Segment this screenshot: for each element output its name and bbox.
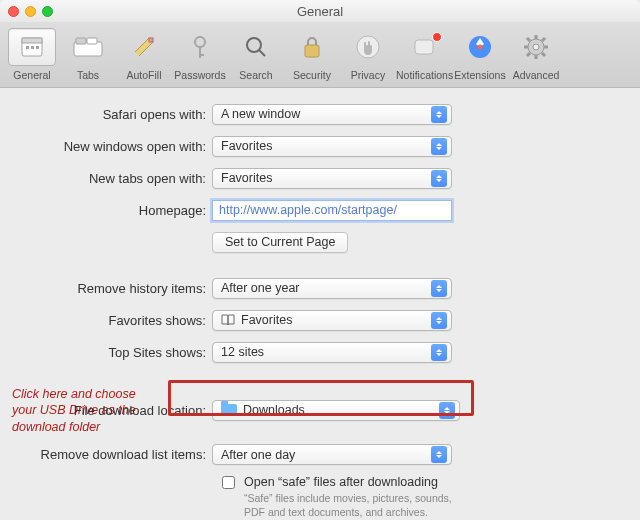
popup-remove-history[interactable]: After one year — [212, 278, 452, 299]
svg-line-13 — [259, 50, 265, 56]
svg-line-25 — [527, 38, 530, 41]
popup-safari-opens-with[interactable]: A new window — [212, 104, 452, 125]
notification-badge-icon — [432, 32, 442, 42]
tab-advanced[interactable]: Advanced — [508, 28, 564, 81]
tab-tabs[interactable]: Tabs — [60, 28, 116, 81]
popup-value: After one day — [221, 448, 295, 462]
chevron-updown-icon — [431, 170, 447, 187]
hand-icon — [355, 34, 381, 60]
chevron-updown-icon — [431, 446, 447, 463]
tab-label: AutoFill — [126, 69, 161, 81]
popup-value: Favorites — [241, 313, 292, 327]
tab-notifications[interactable]: Notifications — [396, 28, 452, 81]
open-safe-files-sublabel: “Safe” files include movies, pictures, s… — [244, 491, 464, 519]
open-safe-files-label: Open “safe” files after downloading — [244, 475, 464, 489]
svg-rect-8 — [149, 38, 153, 42]
tab-extensions[interactable]: Extensions — [452, 28, 508, 81]
svg-rect-10 — [199, 46, 201, 58]
popup-top-sites[interactable]: 12 sites — [212, 342, 452, 363]
tab-label: Privacy — [351, 69, 385, 81]
lock-icon — [301, 34, 323, 60]
tab-label: General — [13, 69, 50, 81]
chevron-updown-icon — [431, 344, 447, 361]
svg-rect-1 — [22, 38, 42, 43]
svg-rect-11 — [199, 54, 204, 56]
label-favorites-shows: Favorites shows: — [8, 313, 212, 328]
svg-point-20 — [533, 44, 539, 50]
key-icon — [188, 34, 212, 60]
tabs-icon — [73, 36, 103, 58]
gear-icon — [523, 34, 549, 60]
open-safe-files-checkbox[interactable] — [222, 476, 235, 489]
general-icon — [19, 34, 45, 60]
content: Safari opens with: A new window New wind… — [0, 88, 640, 519]
chevron-updown-icon — [431, 138, 447, 155]
window-title: General — [0, 4, 640, 19]
chevron-updown-icon — [431, 280, 447, 297]
tab-label: Notifications — [396, 69, 453, 81]
highlight-box — [168, 380, 474, 416]
tab-security[interactable]: Security — [284, 28, 340, 81]
tab-label: Advanced — [513, 69, 560, 81]
tab-search[interactable]: Search — [228, 28, 284, 81]
preferences-window: General General Tabs AutoFill Passwords … — [0, 0, 640, 520]
svg-rect-16 — [415, 40, 433, 54]
svg-line-27 — [527, 53, 530, 56]
chevron-updown-icon — [431, 312, 447, 329]
svg-rect-2 — [26, 46, 29, 49]
label-top-sites: Top Sites shows: — [8, 345, 212, 360]
popup-value: After one year — [221, 281, 300, 295]
svg-point-18 — [478, 45, 483, 50]
search-icon — [243, 34, 269, 60]
toolbar: General Tabs AutoFill Passwords Search S… — [0, 22, 640, 88]
tab-label: Tabs — [77, 69, 99, 81]
autofill-icon — [131, 34, 157, 60]
popup-value: Favorites — [221, 171, 272, 185]
extensions-icon — [467, 34, 493, 60]
set-to-current-page-button[interactable]: Set to Current Page — [212, 232, 348, 253]
label-new-tabs: New tabs open with: — [8, 171, 212, 186]
svg-rect-7 — [87, 38, 97, 44]
svg-line-28 — [542, 38, 545, 41]
popup-value: Favorites — [221, 139, 272, 153]
svg-rect-14 — [305, 45, 319, 57]
label-homepage: Homepage: — [8, 203, 212, 218]
svg-point-9 — [195, 37, 205, 47]
book-icon — [221, 314, 235, 326]
tab-passwords[interactable]: Passwords — [172, 28, 228, 81]
popup-new-tabs[interactable]: Favorites — [212, 168, 452, 189]
svg-rect-4 — [36, 46, 39, 49]
tab-autofill[interactable]: AutoFill — [116, 28, 172, 81]
svg-rect-3 — [31, 46, 34, 49]
svg-line-26 — [542, 53, 545, 56]
titlebar: General — [0, 0, 640, 22]
svg-rect-6 — [76, 38, 86, 44]
popup-new-windows[interactable]: Favorites — [212, 136, 452, 157]
tab-label: Security — [293, 69, 331, 81]
popup-remove-downloads[interactable]: After one day — [212, 444, 452, 465]
chevron-updown-icon — [431, 106, 447, 123]
label-safari-opens-with: Safari opens with: — [8, 107, 212, 122]
tab-label: Passwords — [174, 69, 225, 81]
svg-point-12 — [247, 38, 261, 52]
homepage-input[interactable] — [212, 200, 452, 221]
label-remove-history: Remove history items: — [8, 281, 212, 296]
popup-favorites-shows[interactable]: Favorites — [212, 310, 452, 331]
tab-label: Extensions — [454, 69, 505, 81]
tab-privacy[interactable]: Privacy — [340, 28, 396, 81]
label-remove-downloads: Remove download list items: — [8, 447, 212, 462]
popup-value: A new window — [221, 107, 300, 121]
tab-general[interactable]: General — [4, 28, 60, 81]
label-new-windows: New windows open with: — [8, 139, 212, 154]
tab-label: Search — [239, 69, 272, 81]
popup-value: 12 sites — [221, 345, 264, 359]
